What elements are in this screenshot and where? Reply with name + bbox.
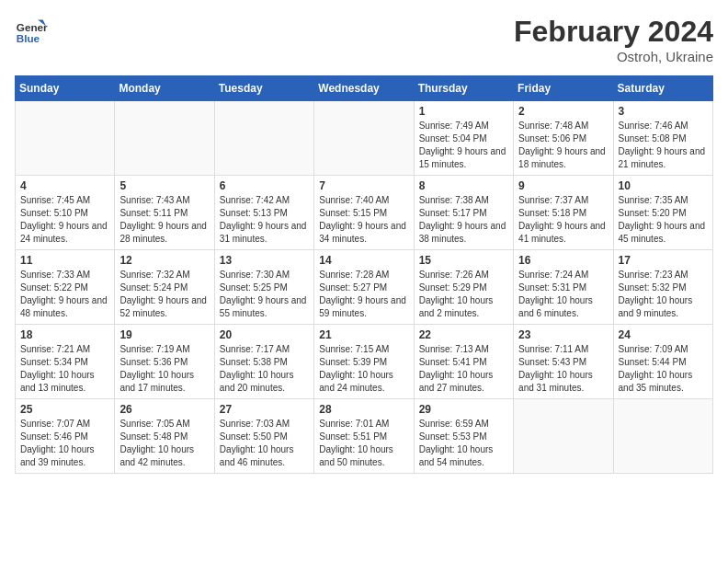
calendar-cell: 21Sunrise: 7:15 AM Sunset: 5:39 PM Dayli… [314, 325, 414, 399]
day-info: Sunrise: 7:17 AM Sunset: 5:38 PM Dayligh… [220, 343, 309, 395]
day-number: 2 [518, 105, 608, 118]
calendar-cell: 18Sunrise: 7:21 AM Sunset: 5:34 PM Dayli… [16, 325, 115, 399]
day-number: 4 [20, 179, 109, 192]
day-number: 21 [319, 328, 408, 341]
calendar-cell: 23Sunrise: 7:11 AM Sunset: 5:43 PM Dayli… [514, 325, 613, 399]
calendar-cell: 27Sunrise: 7:03 AM Sunset: 5:50 PM Dayli… [214, 399, 313, 474]
calendar-cell: 4Sunrise: 7:45 AM Sunset: 5:10 PM Daylig… [16, 176, 115, 250]
svg-text:Blue: Blue [17, 32, 40, 44]
day-number: 5 [119, 179, 209, 192]
week-row-3: 11Sunrise: 7:33 AM Sunset: 5:22 PM Dayli… [16, 250, 713, 325]
day-info: Sunrise: 7:15 AM Sunset: 5:39 PM Dayligh… [319, 343, 408, 395]
day-info: Sunrise: 7:11 AM Sunset: 5:43 PM Dayligh… [518, 343, 608, 395]
day-number: 9 [518, 179, 608, 192]
day-number: 17 [619, 254, 708, 267]
day-number: 16 [518, 254, 608, 267]
month-title: February 2024 [514, 15, 713, 49]
calendar-cell: 12Sunrise: 7:32 AM Sunset: 5:24 PM Dayli… [115, 250, 214, 325]
day-number: 20 [220, 328, 309, 341]
day-info: Sunrise: 7:03 AM Sunset: 5:50 PM Dayligh… [220, 418, 309, 469]
day-info: Sunrise: 7:07 AM Sunset: 5:46 PM Dayligh… [20, 418, 109, 469]
calendar-cell [115, 101, 214, 176]
day-info: Sunrise: 7:09 AM Sunset: 5:44 PM Dayligh… [619, 343, 708, 395]
day-number: 7 [319, 179, 408, 192]
day-number: 26 [119, 403, 209, 416]
weekday-header-saturday: Saturday [613, 76, 712, 101]
day-number: 25 [20, 403, 109, 416]
calendar-cell: 17Sunrise: 7:23 AM Sunset: 5:32 PM Dayli… [613, 250, 712, 325]
calendar-cell [613, 399, 712, 474]
calendar-cell: 1Sunrise: 7:49 AM Sunset: 5:04 PM Daylig… [414, 101, 513, 176]
day-info: Sunrise: 7:28 AM Sunset: 5:27 PM Dayligh… [319, 269, 408, 320]
calendar-cell [16, 101, 115, 176]
calendar-cell: 14Sunrise: 7:28 AM Sunset: 5:27 PM Dayli… [314, 250, 414, 325]
calendar-cell [514, 399, 613, 474]
weekday-header-friday: Friday [514, 76, 613, 101]
calendar-cell: 3Sunrise: 7:46 AM Sunset: 5:08 PM Daylig… [613, 101, 712, 176]
day-info: Sunrise: 7:46 AM Sunset: 5:08 PM Dayligh… [619, 120, 708, 171]
day-info: Sunrise: 7:23 AM Sunset: 5:32 PM Dayligh… [619, 269, 708, 320]
day-number: 11 [20, 254, 109, 267]
day-number: 29 [419, 403, 508, 416]
day-info: Sunrise: 7:37 AM Sunset: 5:18 PM Dayligh… [518, 194, 608, 246]
day-number: 10 [619, 179, 708, 192]
day-number: 27 [220, 403, 309, 416]
day-info: Sunrise: 7:32 AM Sunset: 5:24 PM Dayligh… [119, 269, 209, 320]
calendar-cell: 9Sunrise: 7:37 AM Sunset: 5:18 PM Daylig… [514, 176, 613, 250]
calendar-cell [214, 101, 313, 176]
day-info: Sunrise: 7:24 AM Sunset: 5:31 PM Dayligh… [518, 269, 608, 320]
day-number: 8 [419, 179, 508, 192]
day-info: Sunrise: 7:43 AM Sunset: 5:11 PM Dayligh… [119, 194, 209, 246]
calendar-cell: 28Sunrise: 7:01 AM Sunset: 5:51 PM Dayli… [314, 399, 414, 474]
calendar-cell: 10Sunrise: 7:35 AM Sunset: 5:20 PM Dayli… [613, 176, 712, 250]
day-number: 6 [220, 179, 309, 192]
day-number: 24 [619, 328, 708, 341]
week-row-2: 4Sunrise: 7:45 AM Sunset: 5:10 PM Daylig… [16, 176, 713, 250]
calendar-table: SundayMondayTuesdayWednesdayThursdayFrid… [15, 75, 713, 474]
day-number: 28 [319, 403, 408, 416]
calendar-cell [314, 101, 414, 176]
day-info: Sunrise: 7:26 AM Sunset: 5:29 PM Dayligh… [419, 269, 508, 320]
weekday-header-wednesday: Wednesday [314, 76, 414, 101]
day-number: 13 [220, 254, 309, 267]
day-number: 19 [119, 328, 209, 341]
weekday-header-sunday: Sunday [16, 76, 115, 101]
day-info: Sunrise: 7:01 AM Sunset: 5:51 PM Dayligh… [319, 418, 408, 469]
calendar-cell: 8Sunrise: 7:38 AM Sunset: 5:17 PM Daylig… [414, 176, 513, 250]
day-info: Sunrise: 7:35 AM Sunset: 5:20 PM Dayligh… [619, 194, 708, 246]
calendar-cell: 5Sunrise: 7:43 AM Sunset: 5:11 PM Daylig… [115, 176, 214, 250]
day-info: Sunrise: 7:21 AM Sunset: 5:34 PM Dayligh… [20, 343, 109, 395]
week-row-1: 1Sunrise: 7:49 AM Sunset: 5:04 PM Daylig… [16, 101, 713, 176]
day-number: 22 [419, 328, 508, 341]
day-number: 15 [419, 254, 508, 267]
day-info: Sunrise: 7:05 AM Sunset: 5:48 PM Dayligh… [119, 418, 209, 469]
calendar-cell: 25Sunrise: 7:07 AM Sunset: 5:46 PM Dayli… [16, 399, 115, 474]
weekday-header-monday: Monday [115, 76, 214, 101]
weekday-header-row: SundayMondayTuesdayWednesdayThursdayFrid… [16, 76, 713, 101]
day-number: 18 [20, 328, 109, 341]
day-info: Sunrise: 7:42 AM Sunset: 5:13 PM Dayligh… [220, 194, 309, 246]
title-block: February 2024 Ostroh, Ukraine [514, 15, 713, 64]
calendar-cell: 24Sunrise: 7:09 AM Sunset: 5:44 PM Dayli… [613, 325, 712, 399]
logo: General Blue [15, 15, 48, 48]
week-row-5: 25Sunrise: 7:07 AM Sunset: 5:46 PM Dayli… [16, 399, 713, 474]
calendar-cell: 29Sunrise: 6:59 AM Sunset: 5:53 PM Dayli… [414, 399, 513, 474]
calendar-cell: 26Sunrise: 7:05 AM Sunset: 5:48 PM Dayli… [115, 399, 214, 474]
day-info: Sunrise: 7:30 AM Sunset: 5:25 PM Dayligh… [220, 269, 309, 320]
page-header: General Blue February 2024 Ostroh, Ukrai… [15, 15, 713, 64]
day-number: 1 [419, 105, 508, 118]
calendar-cell: 2Sunrise: 7:48 AM Sunset: 5:06 PM Daylig… [514, 101, 613, 176]
day-number: 3 [619, 105, 708, 118]
week-row-4: 18Sunrise: 7:21 AM Sunset: 5:34 PM Dayli… [16, 325, 713, 399]
calendar-cell: 6Sunrise: 7:42 AM Sunset: 5:13 PM Daylig… [214, 176, 313, 250]
day-number: 23 [518, 328, 608, 341]
day-info: Sunrise: 7:33 AM Sunset: 5:22 PM Dayligh… [20, 269, 109, 320]
calendar-cell: 7Sunrise: 7:40 AM Sunset: 5:15 PM Daylig… [314, 176, 414, 250]
calendar-cell: 16Sunrise: 7:24 AM Sunset: 5:31 PM Dayli… [514, 250, 613, 325]
day-info: Sunrise: 7:13 AM Sunset: 5:41 PM Dayligh… [419, 343, 508, 395]
weekday-header-thursday: Thursday [414, 76, 513, 101]
day-number: 12 [119, 254, 209, 267]
calendar-cell: 20Sunrise: 7:17 AM Sunset: 5:38 PM Dayli… [214, 325, 313, 399]
location: Ostroh, Ukraine [514, 49, 713, 64]
day-info: Sunrise: 7:49 AM Sunset: 5:04 PM Dayligh… [419, 120, 508, 171]
